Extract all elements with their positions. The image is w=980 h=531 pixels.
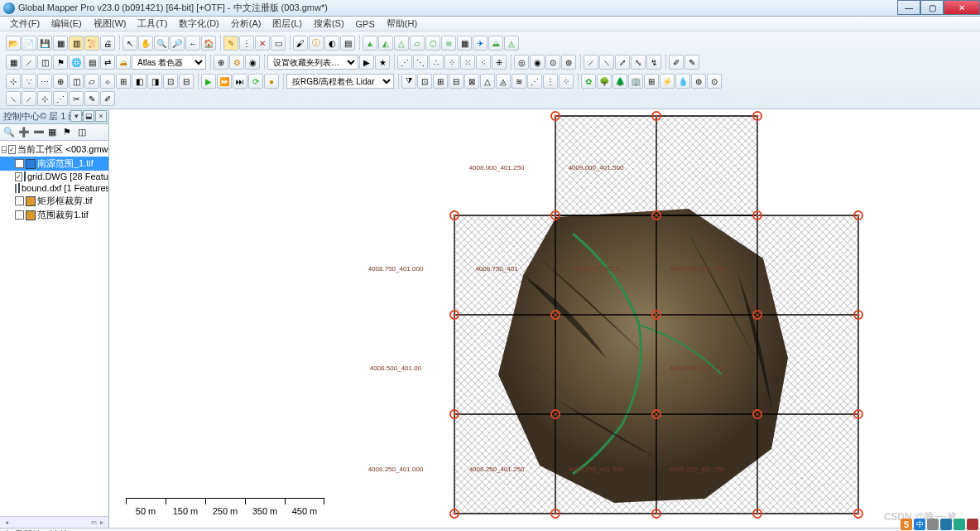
feat-2[interactable]: 🌳 [597,74,612,89]
feat-8[interactable]: ⊚ [691,74,706,89]
target-1[interactable]: ◎ [514,55,529,70]
cls-8[interactable]: ⋰ [527,74,542,89]
cogo-4[interactable]: ⊕ [53,74,68,89]
terrain-1[interactable]: ▲ [363,36,377,51]
layer-checkbox[interactable]: ✓ [15,172,22,181]
legend-button[interactable]: ▤ [340,36,355,51]
script-button[interactable]: 📜 [84,36,99,51]
zoom-layer-icon[interactable]: 🔍 [3,127,15,138]
edit-1[interactable]: ✐ [669,55,684,70]
fav-star-button[interactable]: ★ [375,55,390,70]
snap-button[interactable]: ▭ [271,36,286,51]
skip-2[interactable]: ⏭ [233,74,247,89]
edit-2[interactable]: ✎ [685,55,699,70]
cogo-11[interactable]: ⊡ [163,74,178,89]
lidar-7[interactable]: ⁜ [492,55,507,70]
globe-button[interactable]: 🌐 [69,55,84,70]
layer-checkbox[interactable] [15,184,17,193]
favorites-select[interactable]: 设置收藏夹列表… [267,55,358,70]
lfilter-3[interactable]: ⤢ [615,55,630,70]
feat-1[interactable]: ✿ [581,74,596,89]
layer-props-icon[interactable]: ▦ [48,127,60,138]
target-3[interactable]: ⊙ [545,55,560,70]
panel-dropdown-button[interactable]: ▾ [70,110,82,122]
play-button[interactable]: ▶ [201,74,216,89]
cls-5[interactable]: △ [480,74,495,89]
lfilter-1[interactable]: ⟋ [584,55,598,70]
target-2[interactable]: ◉ [530,55,545,70]
open-button[interactable]: 📂 [6,36,21,51]
feat-7[interactable]: 💧 [675,74,690,89]
tray-ime-icon[interactable]: 中 [914,519,925,530]
vec-5[interactable]: ✂ [69,91,84,106]
cls-10[interactable]: ⁘ [559,74,574,89]
cls-7[interactable]: ≋ [512,74,526,89]
menu-gps[interactable]: GPS [351,18,380,30]
cls-9[interactable]: ⋮ [543,74,558,89]
lfilter-4[interactable]: ⤡ [631,55,646,70]
map-view[interactable]: 4008.000_401.2504009.000_401.5004008.750… [109,109,980,528]
terrain-5[interactable]: ⬡ [425,36,440,51]
new-button[interactable]: 📄 [22,36,36,51]
tree-root[interactable]: – ✓ 当前工作区 <003.gmw> [0,142,108,157]
cogo-8[interactable]: ⊞ [116,74,131,89]
vertex-button[interactable]: ⋮ [239,36,254,51]
refresh-button[interactable]: ⟳ [248,74,263,89]
layer-tree[interactable]: – ✓ 当前工作区 <003.gmw> ✓南源范围_1.tif✓grid.DWG… [0,141,108,516]
cls-3[interactable]: ⊟ [449,74,464,89]
close-button[interactable]: ✕ [944,0,980,15]
save-button[interactable]: 💾 [37,36,52,51]
layer-flag-icon[interactable]: ⚑ [63,127,74,138]
menu-tools[interactable]: 工具(T) [132,17,172,31]
terrain-3[interactable]: △ [394,36,409,51]
cls-6[interactable]: ◬ [496,74,511,89]
layer-checkbox[interactable]: ✓ [15,159,24,168]
layer-row[interactable]: 矩形框裁剪.tif [0,194,108,208]
layer-filter-icon[interactable]: ◫ [78,127,89,138]
panel-hscroll[interactable]: ◂ m ▸ [0,516,108,528]
vec-2[interactable]: ⟋ [22,91,36,106]
print-button[interactable]: 🖨 [100,36,115,51]
terrain-4[interactable]: ▱ [410,36,425,51]
vec-4[interactable]: ⋰ [53,91,68,106]
mountain-icon[interactable]: ⛰ [116,55,131,70]
lidar-5[interactable]: ⁙ [460,55,475,70]
cogo-10[interactable]: ◨ [147,74,162,89]
cogo-3[interactable]: ⋯ [37,74,52,89]
cogo-6[interactable]: ▱ [84,74,99,89]
terrain-10[interactable]: ◬ [504,36,519,51]
menu-analysis[interactable]: 分析(A) [226,17,267,31]
select-button[interactable]: ◫ [37,55,52,70]
lidar-3[interactable]: ∴ [429,55,444,70]
collapse-icon[interactable]: – [2,146,7,153]
measure-button[interactable]: ⟋ [22,55,36,70]
circle-button[interactable]: ● [264,74,279,89]
vec-7[interactable]: ✐ [100,91,115,106]
tray-icon-3[interactable] [927,519,939,530]
map-canvas[interactable] [109,109,980,528]
cogo-7[interactable]: ⟐ [100,74,115,89]
cls-2[interactable]: ⊞ [433,74,448,89]
layers2-button[interactable]: ▤ [84,55,99,70]
root-checkbox[interactable]: ✓ [8,145,16,154]
info-button[interactable]: ⓘ [309,36,324,51]
lidar-2[interactable]: ⋱ [413,55,428,70]
flag-button[interactable]: ⚑ [53,55,68,70]
tray-app-icon[interactable]: S [901,519,912,530]
cogo-1[interactable]: ⊹ [6,74,21,89]
cogo-2[interactable]: ∵ [22,74,36,89]
pan-button[interactable]: ✋ [138,36,153,51]
shader-select[interactable]: Atlas 着色器 [132,55,206,70]
menu-digitize[interactable]: 数字化(D) [174,17,223,31]
layer-row[interactable]: bound.dxf [1 Features] [0,182,108,194]
panel-close-button[interactable]: × [95,110,107,122]
cogo-5[interactable]: ◫ [69,74,84,89]
maximize-button[interactable]: ▢ [920,0,944,15]
layer-row[interactable]: ✓grid.DWG [28 Features] [0,171,108,182]
cogo-12[interactable]: ⊟ [179,74,194,89]
menu-file[interactable]: 文件(F) [5,17,45,31]
panel-pin-button[interactable]: ⬓ [83,110,94,122]
lidar-6[interactable]: ⁖ [476,55,491,70]
terrain-9[interactable]: ⛰ [488,36,503,51]
remove-layer-icon[interactable]: ➖ [33,127,45,138]
